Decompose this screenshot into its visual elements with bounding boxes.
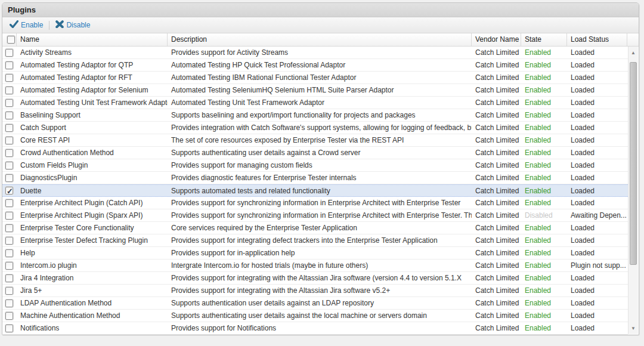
row-checkbox[interactable]	[5, 212, 13, 220]
state-cell: Enabled	[521, 47, 567, 58]
table-row[interactable]: Enterprise Tester Defect Tracking Plugin…	[2, 234, 628, 247]
state-cell: Enabled	[521, 97, 567, 109]
row-checkbox[interactable]	[5, 61, 13, 69]
table-row[interactable]: Automated Testing Adaptor for QTPAutomat…	[2, 59, 628, 72]
vendor-cell: Catch Limited	[472, 222, 521, 234]
column-header-description[interactable]: Description	[168, 33, 472, 46]
table-row[interactable]: Automated Testing Adaptor for SeleniumAu…	[2, 84, 628, 97]
vendor-cell: Catch Limited	[472, 147, 521, 159]
plugin-name-cell: Enterprise Tester Core Functionality	[17, 222, 168, 234]
row-checkbox[interactable]	[5, 137, 13, 144]
table-row[interactable]: Enterprise Architect Plugin (Catch API)P…	[2, 197, 628, 209]
row-checkbox-cell	[2, 234, 17, 246]
vertical-scrollbar[interactable]: ▲ ▼	[628, 47, 638, 334]
row-checkbox-cell	[2, 185, 17, 196]
row-checkbox[interactable]	[5, 262, 13, 270]
table-row[interactable]: Crowd Authentication MethodSupports auth…	[2, 147, 628, 159]
scroll-down-icon[interactable]: ▼	[629, 323, 637, 333]
plugin-name-cell: Custom Fields Plugin	[17, 159, 168, 171]
table-row[interactable]: Intercom.io pluginIntergrate Intercom.io…	[2, 260, 628, 272]
row-checkbox[interactable]	[5, 325, 13, 332]
row-checkbox[interactable]	[5, 249, 13, 257]
table-row[interactable]: Enterprise Tester Core FunctionalityCore…	[2, 222, 628, 234]
toolbar-separator	[49, 21, 49, 30]
row-checkbox[interactable]	[5, 187, 13, 194]
row-checkbox-cell	[2, 172, 17, 184]
scroll-up-icon[interactable]: ▲	[629, 48, 637, 57]
table-row[interactable]: Automated Testing Adaptor for RFTAutomat…	[2, 72, 628, 84]
row-checkbox-cell	[2, 134, 17, 146]
row-checkbox[interactable]	[5, 99, 13, 107]
table-row[interactable]: Core REST APIThe set of core resources e…	[2, 134, 628, 147]
table-row[interactable]: Automated Testing Unit Test Framework Ad…	[2, 97, 628, 109]
load-status-cell: Loaded	[567, 147, 627, 159]
table-row[interactable]: Custom Fields PluginProvides support for…	[2, 159, 628, 172]
table-row[interactable]: LDAP Authentication MethodSupports authe…	[2, 297, 628, 310]
select-all-checkbox[interactable]	[7, 36, 15, 44]
description-cell: Intergrate Intercom.io for hosted trials…	[168, 260, 472, 271]
row-checkbox[interactable]	[5, 74, 13, 82]
description-cell: Provides diagnostic features for Enterpr…	[168, 172, 472, 184]
state-cell: Enabled	[521, 84, 567, 96]
disable-button-label: Disable	[66, 21, 90, 29]
table-row[interactable]: Baselining SupportSupports baselining an…	[2, 109, 628, 122]
table-row[interactable]: NotificationsProvides support for Notifi…	[2, 322, 628, 335]
panel-title: Plugins	[2, 3, 639, 17]
row-checkbox[interactable]	[5, 299, 13, 307]
table-row[interactable]: Jira 5+Provides support for integrating …	[2, 285, 628, 297]
table-row[interactable]: Machine Authentication MethodSupports au…	[2, 310, 628, 322]
disable-x-icon	[55, 20, 64, 30]
select-all-header-cell[interactable]	[2, 33, 17, 46]
row-checkbox[interactable]	[5, 287, 13, 295]
load-status-cell: Loaded	[567, 197, 627, 209]
column-header-name[interactable]: Name	[17, 33, 168, 46]
enable-button[interactable]: Enable	[7, 18, 46, 32]
table-row[interactable]: HelpProvides support for in-application …	[2, 247, 628, 260]
row-checkbox[interactable]	[5, 162, 13, 169]
row-checkbox[interactable]	[5, 49, 13, 57]
row-checkbox[interactable]	[5, 86, 13, 94]
description-cell: Supports authenticating user details aga…	[168, 147, 472, 159]
table-row[interactable]: Enterprise Architect Plugin (Sparx API)P…	[2, 209, 628, 222]
table-row[interactable]: Jira 4 IntegrationProvides support for i…	[2, 272, 628, 285]
row-checkbox[interactable]	[5, 174, 13, 182]
row-checkbox[interactable]	[5, 149, 13, 157]
row-checkbox[interactable]	[5, 199, 13, 207]
column-header-vendor[interactable]: Vendor Name	[472, 33, 521, 46]
description-cell: Provides support for synchronizing infor…	[168, 209, 472, 221]
plugin-name-cell: Jira 5+	[17, 285, 168, 296]
vendor-cell: Catch Limited	[472, 122, 521, 134]
row-checkbox[interactable]	[5, 237, 13, 245]
state-cell: Enabled	[521, 72, 567, 84]
column-header-state[interactable]: State	[521, 33, 567, 46]
row-checkbox[interactable]	[5, 124, 13, 132]
column-header-load-status[interactable]: Load Status	[567, 33, 627, 46]
description-cell: Provides support for integrating with th…	[168, 272, 472, 284]
table-row[interactable]: Activity StreamsProvides support for Act…	[2, 47, 628, 59]
table-row[interactable]: Catch SupportProvides integration with C…	[2, 122, 628, 134]
grid-body: Activity StreamsProvides support for Act…	[2, 47, 628, 335]
vendor-cell: Catch Limited	[472, 234, 521, 246]
vendor-cell: Catch Limited	[472, 272, 521, 284]
description-cell: Provides support for synchronizing infor…	[168, 197, 472, 209]
row-checkbox[interactable]	[5, 274, 13, 282]
row-checkbox[interactable]	[5, 312, 13, 320]
state-cell: Enabled	[521, 134, 567, 146]
load-status-cell: Loaded	[567, 185, 627, 196]
row-checkbox[interactable]	[5, 112, 13, 119]
description-cell: Automated Testing IBM Rational Functiona…	[168, 72, 472, 84]
disable-button[interactable]: Disable	[52, 18, 93, 32]
scrollbar-thumb[interactable]	[630, 62, 637, 265]
vendor-cell: Catch Limited	[472, 247, 521, 259]
row-checkbox[interactable]	[5, 224, 13, 232]
table-row[interactable]: DiagnosticsPluginProvides diagnostic fea…	[2, 172, 628, 184]
plugin-name-cell: Core REST API	[17, 134, 168, 146]
row-checkbox-cell	[2, 47, 17, 58]
table-row[interactable]: DuetteSupports automated tests and relat…	[2, 184, 628, 197]
load-status-cell: Loaded	[567, 172, 627, 184]
vendor-cell: Catch Limited	[472, 97, 521, 109]
state-cell: Enabled	[521, 322, 567, 334]
vendor-cell: Catch Limited	[472, 47, 521, 58]
vendor-cell: Catch Limited	[472, 260, 521, 271]
state-cell: Enabled	[521, 285, 567, 296]
